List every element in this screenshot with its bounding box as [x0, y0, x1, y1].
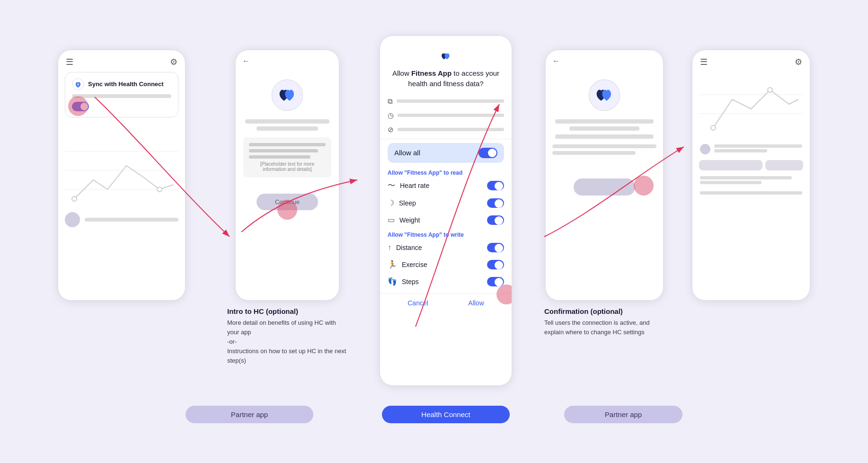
desc-title-4: Confirmation (optional) — [544, 307, 664, 315]
perm-item-sleep: ☽ Sleep — [380, 195, 512, 212]
list-line-2b — [700, 181, 762, 184]
svg-point-10 — [711, 125, 716, 130]
allow-button[interactable]: Allow — [468, 299, 484, 307]
list-avatar-1 — [700, 144, 710, 154]
history-icon: ◷ — [388, 111, 394, 120]
graph-svg-5 — [699, 76, 803, 137]
perm-history-row: ◷ — [388, 108, 504, 123]
section-partner-app-1: ☰ ⚙ Sync with Health Connect — [58, 50, 186, 301]
continue-wrapper: Continue — [236, 185, 339, 210]
hamburger-icon-5[interactable]: ☰ — [700, 57, 708, 67]
graph-area-5 — [699, 76, 803, 137]
heart-rate-toggle[interactable] — [487, 181, 504, 190]
desc-text-2: More detail on benefits of using HC with… — [227, 318, 347, 366]
hc-logo-large-2 — [271, 79, 304, 112]
btn-row-5 — [692, 157, 810, 173]
description-box-4: Confirmation (optional) Tell users the c… — [540, 307, 668, 337]
partner-app-label-1: Partner app — [186, 406, 313, 423]
pink-dot-continue — [277, 200, 297, 220]
back-icon-2[interactable]: ← — [242, 57, 250, 65]
allow-all-row[interactable]: Allow all — [388, 143, 504, 163]
avatar-1 — [65, 212, 80, 227]
permission-title: Allow Fitness App to access your health … — [390, 68, 502, 89]
conf-btn[interactable] — [574, 178, 635, 196]
gear-icon-5[interactable]: ⚙ — [795, 57, 802, 67]
label-wrapper-1: Partner app — [186, 397, 313, 423]
perm-item-distance: ↑ Distance — [380, 239, 512, 256]
sync-row: Sync with Health Connect — [72, 78, 171, 90]
perm-privacy-row: ⊘ — [388, 123, 504, 137]
section-confirmation: ← — [540, 50, 668, 337]
perm-item-steps: 👣 Steps — [380, 273, 512, 290]
pink-dot-conf — [634, 176, 654, 196]
list-item-2 — [692, 173, 810, 188]
distance-toggle[interactable] — [487, 243, 504, 252]
label-wrapper-3: Partner app — [564, 397, 682, 423]
toggle-row[interactable] — [72, 102, 171, 111]
ph-text-2 — [249, 149, 318, 152]
gear-icon[interactable]: ⚙ — [170, 57, 177, 67]
conf-line-1 — [552, 144, 656, 148]
allow-all-toggle[interactable] — [478, 148, 497, 158]
bottom-btns: Cancel Allow — [380, 293, 512, 312]
sleep-toggle[interactable] — [487, 198, 504, 208]
ph-text-1 — [249, 143, 326, 146]
svg-point-4 — [72, 196, 77, 201]
desc-text-4: Tell users the connection is active, and… — [544, 318, 664, 337]
back-icon-4[interactable]: ← — [552, 57, 560, 65]
btn-ph-1[interactable] — [699, 160, 762, 170]
placeholder-text-box: [Placeholder text for moreinformation an… — [243, 137, 331, 178]
perm-meta-section: ⧉ ◷ ⊘ — [380, 94, 512, 137]
list-lines-2 — [700, 176, 802, 186]
screen4-header: ← — [546, 50, 663, 69]
pink-dot-allow — [496, 285, 512, 304]
privacy-icon: ⊘ — [388, 125, 394, 134]
conf-lines — [552, 144, 656, 155]
weight-label: Weight — [399, 216, 420, 224]
ph-line-4a — [555, 119, 654, 124]
main-layout: ☰ ⚙ Sync with Health Connect — [0, 40, 868, 395]
list-line-1a — [714, 144, 802, 148]
whole-layout: ☰ ⚙ Sync with Health Connect — [0, 40, 868, 423]
list-line-2a — [700, 176, 792, 179]
desc-title-2: Intro to HC (optional) — [227, 307, 347, 315]
partner-app-label-2: Partner app — [564, 406, 682, 423]
label-wrapper-2: Health Connect — [380, 397, 512, 423]
allow-all-text: Allow all — [394, 149, 420, 157]
list-item-1 — [692, 141, 810, 157]
list-line-3a — [700, 191, 802, 195]
spacer-4 — [546, 196, 663, 210]
graph-area-1 — [65, 123, 178, 208]
ph-line-2a — [245, 119, 329, 124]
description-box-2: Intro to HC (optional) More detail on be… — [223, 307, 351, 366]
heart-rate-label: Heart rate — [400, 182, 429, 189]
hc-logo-large-4 — [588, 79, 621, 112]
sleep-label: Sleep — [399, 199, 416, 207]
sync-title: Sync with Health Connect — [88, 80, 164, 88]
spacer-5 — [692, 199, 810, 208]
exercise-toggle[interactable] — [487, 260, 504, 269]
hamburger-icon[interactable]: ☰ — [66, 57, 73, 67]
ph-line-4b — [569, 126, 640, 131]
steps-toggle[interactable] — [487, 277, 504, 286]
screen3-header: Allow Fitness App to access your health … — [380, 36, 512, 94]
perm-item-weight-left: ▭ Weight — [388, 215, 420, 224]
btn-ph-2[interactable] — [765, 160, 803, 170]
hc-logo-icon — [72, 78, 84, 90]
perm-filter-row: ⧉ — [388, 94, 504, 108]
section-health-connect: Allow Fitness App to access your health … — [380, 50, 512, 386]
section-partner-app-2: ☰ ⚙ — [692, 50, 810, 301]
screen5-header: ☰ ⚙ — [692, 50, 810, 72]
steps-label: Steps — [402, 278, 419, 285]
perm-item-heart-rate: 〜 Heart rate — [380, 177, 512, 195]
hc-logo-center-2 — [236, 79, 339, 112]
sleep-icon: ☽ — [388, 198, 394, 207]
heart-rate-icon: 〜 — [388, 181, 395, 191]
weight-toggle[interactable] — [487, 215, 504, 225]
app-name: Fitness App — [411, 69, 452, 77]
read-section-label: Allow "Fitness App" to read — [380, 167, 512, 177]
list-line-1b — [714, 149, 767, 152]
perm-item-weight: ▭ Weight — [380, 212, 512, 229]
cancel-button[interactable]: Cancel — [407, 299, 428, 307]
list-lines-1 — [714, 144, 802, 154]
